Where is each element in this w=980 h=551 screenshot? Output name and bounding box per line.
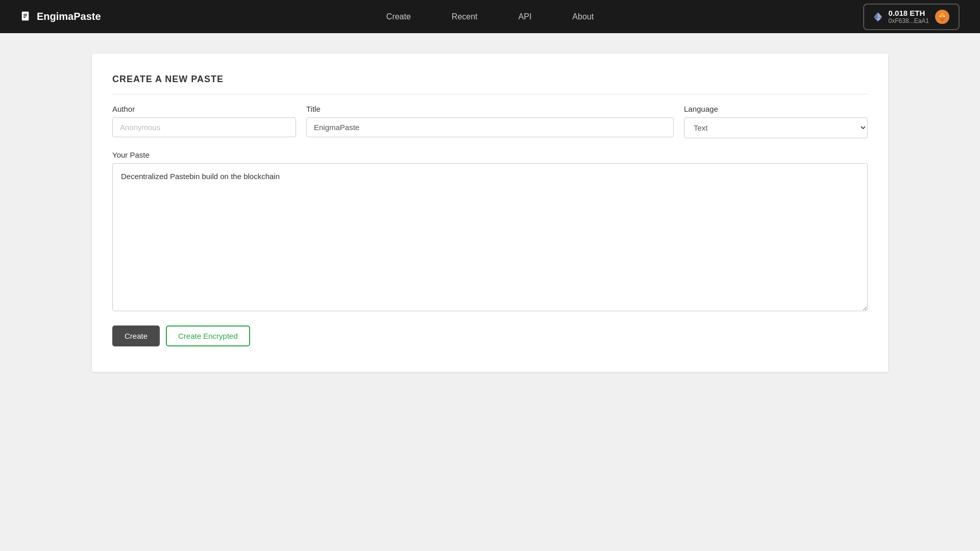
create-encrypted-button[interactable]: Create Encrypted [166, 325, 250, 346]
wallet-address: 0xF638...EaA1 [889, 17, 929, 24]
language-label: Language [684, 105, 868, 113]
wallet-amount: 0.018 ETH [889, 9, 925, 17]
svg-point-12 [944, 15, 945, 17]
navbar-links: Create Recent API About [386, 12, 594, 21]
wallet-button[interactable]: 0.018 ETH 0xF638...EaA1 [863, 4, 960, 30]
nav-about[interactable]: About [572, 12, 594, 21]
language-group: Language Text JavaScript Python C++ HTML… [684, 105, 868, 138]
nav-api[interactable]: API [519, 12, 532, 21]
metamask-icon [934, 9, 950, 25]
author-label: Author [112, 105, 296, 113]
main-content: CREATE A NEW PASTE Author Title Language… [0, 33, 980, 392]
paste-label: Your Paste [112, 151, 868, 159]
svg-point-11 [940, 15, 941, 17]
page-title: CREATE A NEW PASTE [112, 74, 868, 94]
author-input[interactable] [112, 117, 296, 137]
eth-icon [872, 11, 884, 22]
paste-textarea[interactable]: Decentralized Pastebin build on the bloc… [112, 163, 868, 311]
nav-create[interactable]: Create [386, 12, 411, 21]
language-select[interactable]: Text JavaScript Python C++ HTML CSS Rust… [684, 117, 868, 138]
wallet-info: 0.018 ETH 0xF638...EaA1 [889, 9, 929, 24]
create-button[interactable]: Create [112, 325, 160, 346]
form-actions: Create Create Encrypted [112, 325, 868, 346]
author-group: Author [112, 105, 296, 138]
form-card: CREATE A NEW PASTE Author Title Language… [92, 54, 888, 372]
svg-marker-5 [878, 12, 882, 18]
title-label: Title [306, 105, 674, 113]
title-input[interactable] [306, 117, 674, 137]
brand-logo[interactable]: EngimaPaste [20, 11, 101, 22]
title-group: Title [306, 105, 674, 138]
navbar: EngimaPaste Create Recent API About 0.01… [0, 0, 980, 33]
nav-recent[interactable]: Recent [452, 12, 478, 21]
brand-label: EngimaPaste [37, 11, 101, 22]
brand-icon [20, 11, 32, 22]
paste-group: Your Paste Decentralized Pastebin build … [112, 151, 868, 313]
svg-marker-4 [874, 12, 878, 18]
form-row-fields: Author Title Language Text JavaScript Py… [112, 105, 868, 138]
